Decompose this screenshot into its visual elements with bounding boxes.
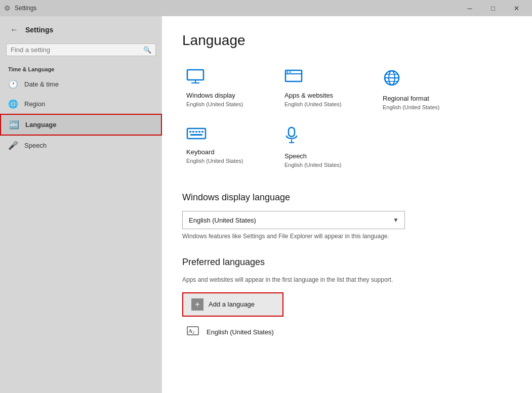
sidebar-item-date-time[interactable]: 🕐 Date & time bbox=[0, 74, 162, 94]
add-language-label: Add a language bbox=[209, 300, 255, 308]
regional-format-icon bbox=[383, 69, 461, 91]
sidebar-item-label-speech: Speech bbox=[24, 142, 47, 149]
svg-text:A: A bbox=[188, 328, 192, 334]
category-name-apps-websites: Apps & websites bbox=[284, 92, 362, 99]
svg-rect-0 bbox=[187, 70, 203, 80]
preferred-languages-title: Preferred languages bbox=[182, 257, 508, 268]
sidebar: ← Settings 🔍 Time & Language 🕐 Date & ti… bbox=[0, 16, 162, 393]
add-language-button[interactable]: + Add a language bbox=[182, 292, 283, 317]
svg-rect-12 bbox=[187, 128, 206, 139]
title-bar-label: Settings bbox=[15, 5, 458, 12]
english-lang-icon: A 2 bbox=[186, 324, 200, 341]
svg-rect-18 bbox=[190, 134, 202, 136]
sidebar-item-region[interactable]: 🌐 Region bbox=[0, 94, 162, 114]
language-dropdown[interactable]: English (United States) bbox=[182, 211, 405, 229]
search-button[interactable]: 🔍 bbox=[143, 46, 151, 54]
svg-rect-17 bbox=[201, 131, 203, 133]
category-windows-display[interactable]: Windows display English (United States) bbox=[182, 63, 268, 116]
language-icon: 🔤 bbox=[9, 120, 19, 129]
sidebar-item-label-region: Region bbox=[24, 100, 45, 108]
apps-websites-icon bbox=[284, 69, 362, 88]
category-grid: Windows display English (United States) … bbox=[182, 63, 508, 174]
svg-rect-13 bbox=[189, 131, 191, 133]
title-bar-controls: ─ □ ✕ bbox=[458, 0, 528, 16]
close-button[interactable]: ✕ bbox=[505, 0, 528, 16]
speech-icon: 🎤 bbox=[8, 141, 18, 150]
date-time-icon: 🕐 bbox=[8, 79, 18, 89]
category-sub-keyboard: English (United States) bbox=[186, 158, 264, 164]
svg-rect-14 bbox=[192, 131, 194, 133]
plus-icon: + bbox=[191, 298, 203, 311]
language-dropdown-wrapper: English (United States) ▼ bbox=[182, 211, 405, 229]
sidebar-header: ← Settings bbox=[0, 18, 162, 41]
main-content: Language Windows display English (United… bbox=[162, 16, 532, 393]
category-regional-format[interactable]: Regional format English (United States) bbox=[379, 63, 465, 116]
minimize-button[interactable]: ─ bbox=[458, 0, 481, 16]
svg-point-5 bbox=[287, 71, 289, 73]
back-button[interactable]: ← bbox=[8, 23, 20, 36]
svg-rect-16 bbox=[198, 131, 200, 133]
category-sub-regional-format: English (United States) bbox=[383, 104, 461, 110]
sidebar-item-label-date-time: Date & time bbox=[24, 80, 59, 88]
category-name-regional-format: Regional format bbox=[383, 95, 461, 102]
sidebar-app-title: Settings bbox=[25, 26, 53, 34]
svg-text:2: 2 bbox=[192, 330, 195, 335]
svg-point-6 bbox=[290, 71, 291, 73]
category-apps-websites[interactable]: Apps & websites English (United States) bbox=[280, 63, 366, 116]
category-keyboard[interactable]: Keyboard English (United States) bbox=[182, 120, 268, 174]
category-name-windows-display: Windows display bbox=[186, 92, 264, 99]
windows-display-language-section: Windows display language English (United… bbox=[182, 192, 508, 241]
sidebar-item-language[interactable]: 🔤 Language bbox=[0, 114, 162, 136]
language-list-item-english[interactable]: A 2 English (United States) bbox=[182, 319, 508, 346]
category-speech[interactable]: Speech English (United States) bbox=[280, 120, 366, 174]
sidebar-section-title: Time & Language bbox=[0, 62, 162, 74]
category-sub-windows-display: English (United States) bbox=[186, 101, 264, 107]
category-name-speech: Speech bbox=[284, 152, 362, 160]
page-title: Language bbox=[182, 32, 508, 49]
keyboard-icon bbox=[186, 126, 264, 144]
svg-rect-19 bbox=[289, 127, 295, 137]
windows-display-icon bbox=[186, 69, 264, 88]
category-name-keyboard: Keyboard bbox=[186, 148, 264, 156]
search-input[interactable] bbox=[11, 46, 143, 54]
search-box[interactable]: 🔍 bbox=[6, 43, 156, 56]
sidebar-item-label-language: Language bbox=[25, 121, 56, 128]
sidebar-nav: 🕐 Date & time 🌐 Region 🔤 Language 🎤 Spee… bbox=[0, 74, 162, 393]
category-sub-apps-websites: English (United States) bbox=[284, 101, 362, 107]
sidebar-item-speech[interactable]: 🎤 Speech bbox=[0, 136, 162, 155]
preferred-languages-description: Apps and websites will appear in the fir… bbox=[182, 276, 508, 284]
maximize-button[interactable]: □ bbox=[481, 0, 505, 16]
category-sub-speech: English (United States) bbox=[284, 162, 362, 168]
svg-rect-15 bbox=[195, 131, 197, 133]
region-icon: 🌐 bbox=[8, 99, 18, 109]
title-bar: ⚙ Settings ─ □ ✕ bbox=[0, 0, 532, 16]
settings-icon: ⚙ bbox=[4, 4, 11, 12]
english-lang-name: English (United States) bbox=[207, 328, 274, 336]
windows-display-lang-title: Windows display language bbox=[182, 192, 508, 203]
preferred-languages-section: Preferred languages Apps and websites wi… bbox=[182, 257, 508, 346]
app-body: ← Settings 🔍 Time & Language 🕐 Date & ti… bbox=[0, 16, 532, 393]
windows-display-lang-description: Windows features like Settings and File … bbox=[182, 232, 405, 241]
speech-category-icon bbox=[284, 126, 362, 148]
